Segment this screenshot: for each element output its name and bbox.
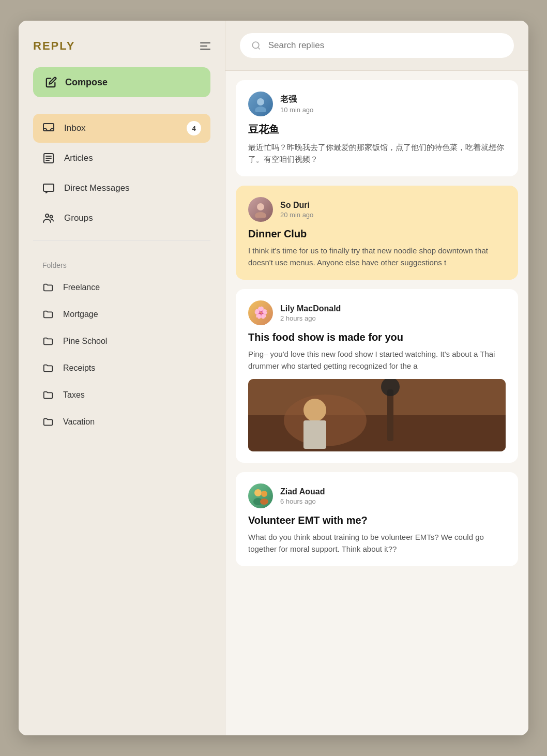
direct-messages-icon [42,182,55,194]
svg-point-7 [50,216,53,218]
message-preview: I think it's time for us to finally try … [248,245,506,268]
message-header: Ziad Aouad 6 hours ago [248,483,506,508]
articles-label: Articles [64,153,93,163]
sidebar-item-pine-school[interactable]: Pine School [33,328,210,354]
message-meta: So Duri 20 min ago [280,201,313,219]
svg-rect-17 [387,389,393,441]
avatar [248,197,273,222]
svg-rect-5 [43,184,54,191]
svg-point-11 [255,107,266,112]
message-meta: Lily MacDonald 2 hours ago [280,304,341,322]
svg-point-21 [254,489,262,496]
svg-point-12 [257,203,264,210]
svg-point-13 [255,212,266,218]
groups-icon [42,212,55,224]
folders-section-label: Folders [42,261,210,269]
message-header: 老强 10 min ago [248,92,506,116]
svg-point-6 [45,214,49,217]
inbox-label: Inbox [64,123,86,133]
message-header: 🌸 Lily MacDonald 2 hours ago [248,300,506,325]
message-card[interactable]: 🌸 Lily MacDonald 2 hours ago This food s… [236,289,518,463]
folder-pine-school-label: Pine School [63,337,107,346]
folder-receipts-label: Receipts [63,364,95,373]
svg-rect-20 [303,420,326,449]
avatar [248,483,273,508]
svg-rect-0 [43,124,54,131]
message-preview: 最近忙吗？昨晚我去了你最爱的那家饭馆，点了他们的特色菜，吃着就想你了。有空咱们视… [248,142,506,165]
sidebar-item-freelance[interactable]: Freelance [33,275,210,300]
message-image [248,379,506,451]
person-icon [251,486,270,506]
folder-mortgage-label: Mortgage [63,310,98,319]
compose-label: Compose [65,77,108,88]
sidebar-item-groups[interactable]: Groups [33,204,210,233]
sidebar: REPLY Compose Inbox 4 [19,21,225,735]
search-icon [251,40,261,51]
folder-taxes-label: Taxes [63,390,85,400]
sidebar-item-taxes[interactable]: Taxes [33,382,210,408]
message-card[interactable]: 老强 10 min ago 豆花鱼 最近忙吗？昨晚我去了你最爱的那家饭馆，点了他… [236,80,518,176]
search-bar [225,21,528,71]
person-icon [252,96,269,112]
message-sender: Ziad Aouad [280,487,325,496]
message-time: 20 min ago [280,211,313,219]
compose-button[interactable]: Compose [33,67,210,97]
message-subject: This food show is made for you [248,331,506,343]
svg-point-19 [303,399,326,421]
svg-point-23 [261,491,267,497]
sidebar-item-articles[interactable]: Articles [33,144,210,173]
folder-freelance-label: Freelance [63,283,100,292]
svg-line-9 [258,48,260,49]
svg-point-10 [257,98,264,105]
message-time: 10 min ago [280,106,313,114]
message-preview: What do you think about training to be v… [248,532,506,555]
groups-label: Groups [64,213,93,223]
message-preview: Ping– you'd love this new food show I st… [248,349,506,372]
messages-list: 老强 10 min ago 豆花鱼 最近忙吗？昨晚我去了你最爱的那家饭馆，点了他… [225,71,528,735]
pencil-icon [45,77,57,88]
folder-icon [42,362,54,374]
sidebar-item-inbox[interactable]: Inbox 4 [33,114,210,143]
svg-point-24 [260,498,268,505]
folder-icon [42,416,54,428]
direct-messages-label: Direct Messages [64,183,130,193]
search-input[interactable] [268,40,503,51]
message-subject: 豆花鱼 [248,123,506,137]
message-sender: 老强 [280,94,313,105]
app-container: REPLY Compose Inbox 4 [19,21,528,735]
message-meta: 老强 10 min ago [280,94,313,114]
search-input-wrap[interactable] [240,33,514,58]
food-image-illustration [248,379,506,451]
sidebar-header: REPLY [33,39,210,53]
sidebar-item-receipts[interactable]: Receipts [33,355,210,381]
folder-icon [42,336,54,347]
message-sender: Lily MacDonald [280,304,341,313]
message-image-inner [248,379,506,451]
avatar [248,92,273,116]
message-card[interactable]: So Duri 20 min ago Dinner Club I think i… [236,186,518,280]
inbox-badge: 4 [187,121,201,135]
menu-toggle-button[interactable] [200,42,210,50]
sidebar-item-mortgage[interactable]: Mortgage [33,301,210,327]
message-time: 2 hours ago [280,314,341,322]
message-subject: Volunteer EMT with me? [248,515,506,526]
app-logo: REPLY [33,39,75,53]
folder-icon [42,389,54,401]
folder-vacation-label: Vacation [63,417,95,427]
message-card[interactable]: Ziad Aouad 6 hours ago Volunteer EMT wit… [236,472,518,566]
divider [33,240,210,240]
articles-icon [42,152,55,164]
person-icon [252,201,269,218]
sidebar-item-direct-messages[interactable]: Direct Messages [33,174,210,203]
message-subject: Dinner Club [248,228,506,240]
message-sender: So Duri [280,201,313,210]
folder-icon [42,282,54,293]
folder-icon [42,309,54,320]
main-content: 老强 10 min ago 豆花鱼 最近忙吗？昨晚我去了你最爱的那家饭馆，点了他… [225,21,528,735]
message-meta: Ziad Aouad 6 hours ago [280,487,325,505]
message-header: So Duri 20 min ago [248,197,506,222]
sidebar-item-vacation[interactable]: Vacation [33,409,210,435]
message-time: 6 hours ago [280,497,325,505]
avatar: 🌸 [248,300,273,325]
inbox-icon [42,122,55,134]
